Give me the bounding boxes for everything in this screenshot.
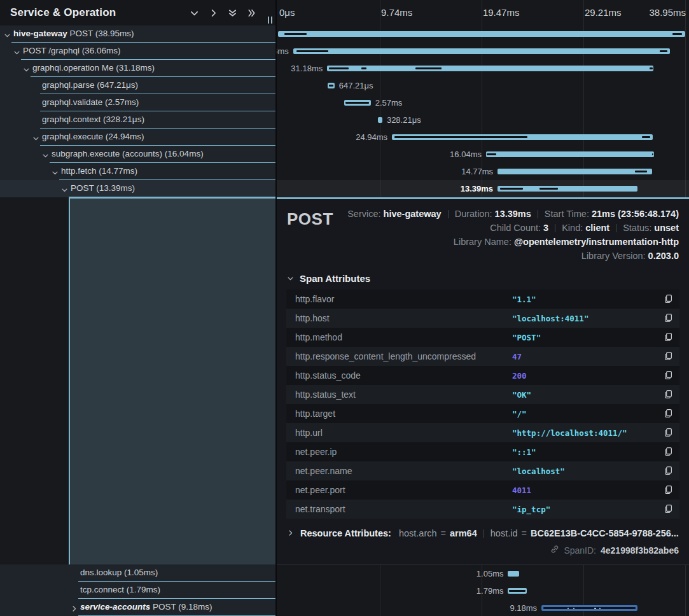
span-bar[interactable] [328, 83, 335, 88]
copy-icon[interactable] [663, 466, 673, 476]
copy-icon[interactable] [663, 370, 673, 381]
attribute-row[interactable]: http.status_text"OK" [286, 385, 679, 404]
span-bar[interactable] [508, 571, 518, 577]
timeline-track: 13.39ms [278, 180, 685, 197]
timeline-row[interactable]: 1.05ms [277, 565, 689, 582]
attribute-row[interactable]: http.flavor"1.1" [286, 290, 679, 309]
child-span-marker [394, 136, 527, 138]
chevron-down-icon[interactable] [188, 6, 200, 19]
timeline-row[interactable]: 16.04ms [277, 146, 689, 163]
copy-icon[interactable] [663, 332, 673, 342]
duration-label: 14.77ms [461, 167, 493, 176]
span-bar[interactable] [498, 186, 637, 192]
copy-icon[interactable] [663, 294, 673, 304]
timeline-row[interactable]: 328.21μs [277, 111, 689, 129]
timeline-row[interactable]: 1.79ms [277, 582, 689, 599]
copy-icon[interactable] [663, 428, 673, 438]
tree-row[interactable]: POST (13.39ms) [0, 180, 275, 197]
copy-icon[interactable] [663, 447, 673, 457]
meta-value: hive-gateway [384, 209, 442, 219]
copy-icon[interactable] [663, 313, 673, 323]
meta-value: 3 [543, 223, 548, 233]
span-bar[interactable] [344, 100, 371, 106]
span-bar[interactable] [392, 134, 653, 140]
attribute-row[interactable]: http.host"localhost:4011" [286, 309, 679, 328]
timeline-gridline [685, 0, 686, 25]
attribute-row[interactable]: net.transport"ip_tcp" [286, 500, 679, 519]
resource-attributes[interactable]: Resource Attributes: host.arch=arm64host… [287, 528, 679, 538]
timeline-gridline [583, 0, 584, 25]
timeline-row[interactable]: 24.94ms [277, 129, 689, 146]
link-icon[interactable] [550, 545, 559, 556]
copy-icon[interactable] [663, 351, 673, 361]
timeline-row[interactable]: 9.18ms [277, 599, 689, 616]
span-attributes-section-header[interactable]: Span Attributes [287, 273, 679, 284]
chevron-down-icon[interactable] [61, 185, 68, 196]
tree-row[interactable]: graphql.operation Me (31.18ms) [0, 60, 275, 77]
span-bar[interactable] [278, 31, 685, 37]
tree-row[interactable]: graphql.execute (24.94ms) [0, 129, 275, 146]
span-id-line: SpanID: 4e21998f3b82abe6 [287, 545, 679, 556]
timeline-row[interactable]: 14.77ms [277, 163, 689, 180]
tree-row[interactable]: tcp.connect (1.79ms) [0, 582, 275, 599]
attribute-row[interactable]: http.url"http://localhost:4011/" [286, 423, 679, 442]
tree-row[interactable]: subgraph.execute (accounts) (16.04ms) [0, 146, 275, 163]
copy-icon[interactable] [663, 504, 673, 514]
span-label: POST /graphql (36.06ms) [23, 46, 121, 55]
timeline-row[interactable]: 647.21μs [277, 77, 689, 94]
attribute-row[interactable]: http.response_content_length_uncompresse… [286, 347, 679, 366]
span-bar[interactable] [498, 169, 652, 174]
timeline-row[interactable]: 36.06ms [277, 43, 689, 60]
span-bar[interactable] [327, 66, 653, 71]
attribute-value: "localhost:4011" [512, 314, 588, 323]
attribute-row[interactable]: http.status_code200 [286, 366, 679, 385]
tree-row[interactable]: graphql.context (328.21μs) [0, 111, 275, 129]
chevron-right-icon[interactable] [207, 6, 219, 19]
double-chevron-right-icon[interactable] [245, 6, 258, 19]
copy-icon[interactable] [663, 389, 673, 400]
attribute-row[interactable]: net.peer.name"localhost" [286, 461, 679, 480]
chevron-right-icon[interactable] [71, 603, 78, 615]
attribute-value: "::1" [512, 447, 536, 457]
pane-resize-handle[interactable] [266, 15, 274, 24]
span-attributes-table: http.flavor"1.1"http.host"localhost:4011… [286, 290, 679, 519]
attribute-row[interactable]: net.peer.ip"::1" [286, 442, 679, 461]
span-bar[interactable] [486, 151, 654, 157]
double-chevron-down-icon[interactable] [226, 6, 239, 19]
span-bar[interactable] [293, 48, 671, 54]
span-bar[interactable] [378, 117, 382, 123]
tree-row[interactable]: service-accounts POST (9.18ms) [0, 599, 275, 616]
copy-icon[interactable] [663, 485, 673, 495]
tree-row[interactable]: hive-gateway POST (38.95ms) [0, 25, 275, 43]
resource-value: BC62E13B-C4CC-5854-9788-256... [531, 528, 679, 538]
axis-tick-label: 29.21ms [585, 7, 622, 18]
span-bar[interactable] [508, 588, 526, 594]
copy-icon[interactable] [663, 409, 673, 419]
attribute-key: http.url [295, 428, 512, 438]
timeline-row[interactable]: 2.57ms [277, 94, 689, 111]
attribute-row[interactable]: http.method"POST" [286, 328, 679, 347]
resource-attributes-title: Resource Attributes: [300, 528, 391, 538]
chevron-down-icon[interactable] [13, 47, 20, 59]
attribute-row[interactable]: http.target"/" [286, 404, 679, 423]
chevron-down-icon[interactable] [23, 64, 30, 76]
attribute-row[interactable]: net.peer.port4011 [286, 480, 679, 500]
span-detail-panel: POST Service: hive-gatewayDuration: 13.3… [277, 197, 689, 564]
timeline-row[interactable]: 13.39ms [277, 180, 689, 197]
chevron-down-icon[interactable] [32, 133, 39, 144]
tree-row[interactable]: graphql.parse (647.21μs) [0, 77, 275, 94]
tree-row[interactable]: POST /graphql (36.06ms) [0, 43, 275, 60]
axis-tick-label: 19.47ms [483, 7, 520, 18]
span-bar[interactable] [541, 605, 637, 611]
chevron-down-icon[interactable] [4, 30, 11, 41]
timeline-row[interactable]: 38.95ms [277, 25, 689, 43]
child-span-marker [660, 50, 667, 52]
child-span-marker [635, 171, 647, 172]
chevron-down-icon[interactable] [52, 167, 59, 179]
tree-row[interactable]: http.fetch (14.77ms) [0, 163, 275, 180]
chevron-down-icon[interactable] [42, 150, 49, 162]
tree-row[interactable]: dns.lookup (1.05ms) [0, 564, 275, 582]
timeline-row[interactable]: 31.18ms [277, 60, 689, 77]
span-tree: hive-gateway POST (38.95ms)POST /graphql… [0, 25, 275, 197]
tree-row[interactable]: graphql.validate (2.57ms) [0, 94, 275, 111]
